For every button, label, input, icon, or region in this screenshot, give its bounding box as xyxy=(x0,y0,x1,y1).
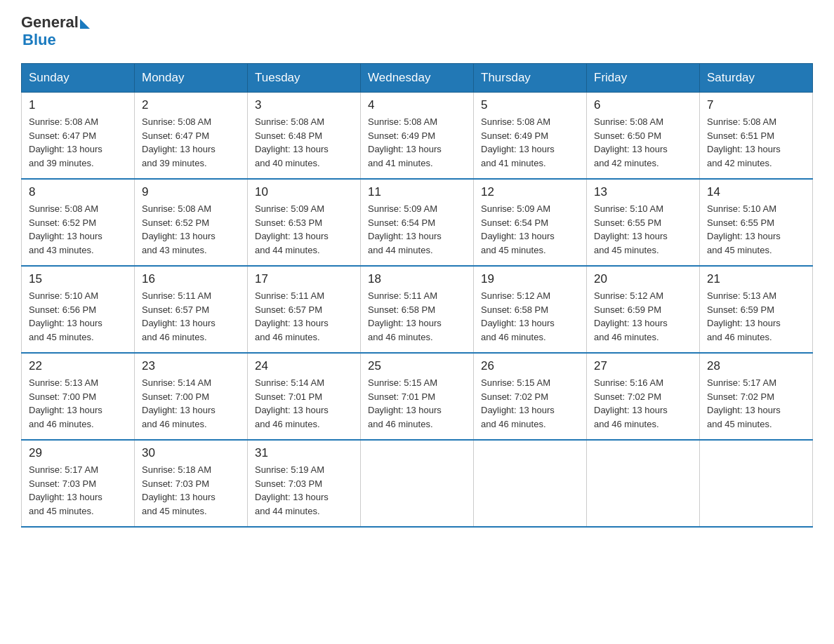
day-cell: 12Sunrise: 5:09 AMSunset: 6:54 PMDayligh… xyxy=(474,179,587,266)
day-info: Sunrise: 5:16 AMSunset: 7:02 PMDaylight:… xyxy=(594,376,692,431)
day-cell: 6Sunrise: 5:08 AMSunset: 6:50 PMDaylight… xyxy=(587,93,700,180)
day-cell: 27Sunrise: 5:16 AMSunset: 7:02 PMDayligh… xyxy=(587,353,700,440)
day-cell: 28Sunrise: 5:17 AMSunset: 7:02 PMDayligh… xyxy=(700,353,813,440)
day-info: Sunrise: 5:09 AMSunset: 6:54 PMDaylight:… xyxy=(481,202,579,257)
logo-arrow-icon xyxy=(80,19,90,29)
day-info: Sunrise: 5:08 AMSunset: 6:49 PMDaylight:… xyxy=(481,115,579,170)
day-info: Sunrise: 5:08 AMSunset: 6:51 PMDaylight:… xyxy=(707,115,805,170)
day-number: 20 xyxy=(594,272,692,286)
calendar-header: SundayMondayTuesdayWednesdayThursdayFrid… xyxy=(22,64,813,93)
day-number: 28 xyxy=(707,359,805,373)
day-info: Sunrise: 5:08 AMSunset: 6:50 PMDaylight:… xyxy=(594,115,692,170)
day-cell: 14Sunrise: 5:10 AMSunset: 6:55 PMDayligh… xyxy=(700,179,813,266)
day-cell: 15Sunrise: 5:10 AMSunset: 6:56 PMDayligh… xyxy=(22,266,135,353)
calendar-body: 1Sunrise: 5:08 AMSunset: 6:47 PMDaylight… xyxy=(22,93,813,528)
day-number: 21 xyxy=(707,272,805,286)
day-number: 4 xyxy=(368,98,466,112)
day-number: 14 xyxy=(707,185,805,199)
header-cell-saturday: Saturday xyxy=(700,64,813,93)
day-cell: 4Sunrise: 5:08 AMSunset: 6:49 PMDaylight… xyxy=(361,93,474,180)
header-row: SundayMondayTuesdayWednesdayThursdayFrid… xyxy=(22,64,813,93)
week-row-3: 15Sunrise: 5:10 AMSunset: 6:56 PMDayligh… xyxy=(22,266,813,353)
day-info: Sunrise: 5:08 AMSunset: 6:47 PMDaylight:… xyxy=(29,115,127,170)
day-cell: 19Sunrise: 5:12 AMSunset: 6:58 PMDayligh… xyxy=(474,266,587,353)
day-number: 13 xyxy=(594,185,692,199)
day-info: Sunrise: 5:09 AMSunset: 6:54 PMDaylight:… xyxy=(368,202,466,257)
day-info: Sunrise: 5:18 AMSunset: 7:03 PMDaylight:… xyxy=(142,463,240,518)
day-cell xyxy=(700,440,813,527)
day-info: Sunrise: 5:15 AMSunset: 7:01 PMDaylight:… xyxy=(368,376,466,431)
day-cell: 31Sunrise: 5:19 AMSunset: 7:03 PMDayligh… xyxy=(248,440,361,527)
day-cell: 23Sunrise: 5:14 AMSunset: 7:00 PMDayligh… xyxy=(135,353,248,440)
day-cell: 18Sunrise: 5:11 AMSunset: 6:58 PMDayligh… xyxy=(361,266,474,353)
day-cell: 17Sunrise: 5:11 AMSunset: 6:57 PMDayligh… xyxy=(248,266,361,353)
day-info: Sunrise: 5:17 AMSunset: 7:03 PMDaylight:… xyxy=(29,463,127,518)
day-info: Sunrise: 5:10 AMSunset: 6:55 PMDaylight:… xyxy=(594,202,692,257)
day-info: Sunrise: 5:13 AMSunset: 7:00 PMDaylight:… xyxy=(29,376,127,431)
day-info: Sunrise: 5:14 AMSunset: 7:00 PMDaylight:… xyxy=(142,376,240,431)
day-number: 7 xyxy=(707,98,805,112)
day-info: Sunrise: 5:19 AMSunset: 7:03 PMDaylight:… xyxy=(255,463,353,518)
day-cell: 2Sunrise: 5:08 AMSunset: 6:47 PMDaylight… xyxy=(135,93,248,180)
day-number: 31 xyxy=(255,446,353,460)
header-cell-wednesday: Wednesday xyxy=(361,64,474,93)
logo-text-general: General xyxy=(21,14,79,31)
day-cell: 26Sunrise: 5:15 AMSunset: 7:02 PMDayligh… xyxy=(474,353,587,440)
day-cell xyxy=(587,440,700,527)
day-info: Sunrise: 5:12 AMSunset: 6:58 PMDaylight:… xyxy=(481,289,579,344)
day-number: 19 xyxy=(481,272,579,286)
day-cell: 13Sunrise: 5:10 AMSunset: 6:55 PMDayligh… xyxy=(587,179,700,266)
day-number: 6 xyxy=(594,98,692,112)
day-number: 17 xyxy=(255,272,353,286)
day-info: Sunrise: 5:10 AMSunset: 6:56 PMDaylight:… xyxy=(29,289,127,344)
day-number: 16 xyxy=(142,272,240,286)
day-number: 15 xyxy=(29,272,127,286)
day-cell: 29Sunrise: 5:17 AMSunset: 7:03 PMDayligh… xyxy=(22,440,135,527)
week-row-2: 8Sunrise: 5:08 AMSunset: 6:52 PMDaylight… xyxy=(22,179,813,266)
week-row-4: 22Sunrise: 5:13 AMSunset: 7:00 PMDayligh… xyxy=(22,353,813,440)
day-info: Sunrise: 5:17 AMSunset: 7:02 PMDaylight:… xyxy=(707,376,805,431)
day-info: Sunrise: 5:10 AMSunset: 6:55 PMDaylight:… xyxy=(707,202,805,257)
header-cell-friday: Friday xyxy=(587,64,700,93)
day-number: 18 xyxy=(368,272,466,286)
day-info: Sunrise: 5:08 AMSunset: 6:47 PMDaylight:… xyxy=(142,115,240,170)
day-cell xyxy=(474,440,587,527)
day-cell: 8Sunrise: 5:08 AMSunset: 6:52 PMDaylight… xyxy=(22,179,135,266)
logo-text-blue: Blue xyxy=(22,31,90,49)
day-number: 25 xyxy=(368,359,466,373)
day-cell: 3Sunrise: 5:08 AMSunset: 6:48 PMDaylight… xyxy=(248,93,361,180)
day-cell: 1Sunrise: 5:08 AMSunset: 6:47 PMDaylight… xyxy=(22,93,135,180)
day-cell xyxy=(361,440,474,527)
day-cell: 11Sunrise: 5:09 AMSunset: 6:54 PMDayligh… xyxy=(361,179,474,266)
header-cell-tuesday: Tuesday xyxy=(248,64,361,93)
page-header: General Blue xyxy=(21,14,813,49)
day-number: 23 xyxy=(142,359,240,373)
day-number: 30 xyxy=(142,446,240,460)
day-cell: 24Sunrise: 5:14 AMSunset: 7:01 PMDayligh… xyxy=(248,353,361,440)
day-number: 5 xyxy=(481,98,579,112)
day-info: Sunrise: 5:08 AMSunset: 6:52 PMDaylight:… xyxy=(142,202,240,257)
day-info: Sunrise: 5:11 AMSunset: 6:57 PMDaylight:… xyxy=(255,289,353,344)
day-cell: 21Sunrise: 5:13 AMSunset: 6:59 PMDayligh… xyxy=(700,266,813,353)
day-cell: 10Sunrise: 5:09 AMSunset: 6:53 PMDayligh… xyxy=(248,179,361,266)
day-number: 29 xyxy=(29,446,127,460)
day-info: Sunrise: 5:13 AMSunset: 6:59 PMDaylight:… xyxy=(707,289,805,344)
day-cell: 30Sunrise: 5:18 AMSunset: 7:03 PMDayligh… xyxy=(135,440,248,527)
day-number: 11 xyxy=(368,185,466,199)
day-info: Sunrise: 5:09 AMSunset: 6:53 PMDaylight:… xyxy=(255,202,353,257)
day-info: Sunrise: 5:08 AMSunset: 6:48 PMDaylight:… xyxy=(255,115,353,170)
day-number: 27 xyxy=(594,359,692,373)
day-number: 24 xyxy=(255,359,353,373)
calendar-table: SundayMondayTuesdayWednesdayThursdayFrid… xyxy=(21,63,813,528)
day-number: 3 xyxy=(255,98,353,112)
day-info: Sunrise: 5:15 AMSunset: 7:02 PMDaylight:… xyxy=(481,376,579,431)
day-number: 22 xyxy=(29,359,127,373)
day-number: 10 xyxy=(255,185,353,199)
day-number: 1 xyxy=(29,98,127,112)
day-info: Sunrise: 5:08 AMSunset: 6:52 PMDaylight:… xyxy=(29,202,127,257)
day-cell: 9Sunrise: 5:08 AMSunset: 6:52 PMDaylight… xyxy=(135,179,248,266)
day-info: Sunrise: 5:08 AMSunset: 6:49 PMDaylight:… xyxy=(368,115,466,170)
day-cell: 20Sunrise: 5:12 AMSunset: 6:59 PMDayligh… xyxy=(587,266,700,353)
day-number: 12 xyxy=(481,185,579,199)
day-info: Sunrise: 5:11 AMSunset: 6:57 PMDaylight:… xyxy=(142,289,240,344)
